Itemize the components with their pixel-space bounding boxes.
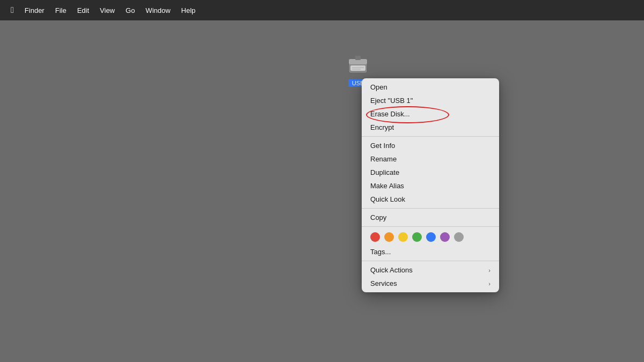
- menu-item-eject-label: Eject "USB 1": [370, 97, 413, 105]
- color-dot-blue[interactable]: [426, 232, 436, 242]
- menu-item-encrypt-label: Encrypt: [370, 123, 394, 131]
- apple-menu-icon[interactable]: : [6, 3, 18, 17]
- color-tags-row: [362, 229, 499, 245]
- menubar:  Finder File Edit View Go Window Help: [0, 0, 644, 20]
- context-menu-section-actions: Quick Actions › Services ›: [362, 261, 499, 292]
- menu-item-encrypt[interactable]: Encrypt: [362, 121, 499, 134]
- menu-item-services-label: Services: [370, 279, 397, 287]
- menubar-finder[interactable]: Finder: [20, 4, 49, 17]
- menu-item-eject[interactable]: Eject "USB 1": [362, 94, 499, 107]
- context-menu-section-top: Open Eject "USB 1" Erase Disk... Encrypt: [362, 78, 499, 136]
- menu-item-erase-label: Erase Disk...: [370, 110, 410, 118]
- menu-item-copy-label: Copy: [370, 213, 386, 221]
- menu-item-open[interactable]: Open: [362, 80, 499, 94]
- color-dot-yellow[interactable]: [398, 232, 408, 242]
- context-menu-section-tags-dots: Tags...: [362, 226, 499, 261]
- menu-item-quick-look-label: Quick Look: [370, 195, 405, 203]
- color-dot-red[interactable]: [370, 232, 380, 242]
- svg-rect-2: [355, 56, 361, 60]
- menubar-help[interactable]: Help: [177, 4, 200, 17]
- menu-item-copy[interactable]: Copy: [362, 211, 499, 224]
- menu-item-erase[interactable]: Erase Disk...: [362, 107, 499, 121]
- menu-item-open-label: Open: [370, 83, 387, 91]
- color-dot-gray[interactable]: [454, 232, 464, 242]
- menu-item-quick-actions-label: Quick Actions: [370, 266, 413, 274]
- menubar-file[interactable]: File: [51, 4, 71, 17]
- menu-item-tags[interactable]: Tags...: [362, 245, 499, 258]
- services-arrow-icon: ›: [488, 280, 491, 287]
- context-menu: Open Eject "USB 1" Erase Disk... Encrypt…: [362, 78, 499, 292]
- usb-icon: [346, 54, 370, 78]
- menu-item-services[interactable]: Services ›: [362, 277, 499, 290]
- menu-item-duplicate-label: Duplicate: [370, 168, 399, 176]
- menubar-view[interactable]: View: [96, 4, 119, 17]
- color-dot-orange[interactable]: [384, 232, 394, 242]
- menubar-window[interactable]: Window: [141, 4, 174, 17]
- menu-item-quick-look[interactable]: Quick Look: [362, 193, 499, 206]
- erase-disk-wrapper: Erase Disk...: [362, 107, 499, 121]
- menu-item-tags-label: Tags...: [370, 248, 391, 256]
- menu-item-make-alias-label: Make Alias: [370, 182, 404, 190]
- context-menu-section-copy: Copy: [362, 208, 499, 226]
- menu-item-get-info[interactable]: Get Info: [362, 139, 499, 152]
- menu-item-get-info-label: Get Info: [370, 142, 395, 150]
- color-dot-green[interactable]: [412, 232, 422, 242]
- color-dot-purple[interactable]: [440, 232, 450, 242]
- menu-item-rename[interactable]: Rename: [362, 152, 499, 166]
- menubar-edit[interactable]: Edit: [73, 4, 93, 17]
- quick-actions-arrow-icon: ›: [488, 267, 491, 274]
- menubar-go[interactable]: Go: [121, 4, 139, 17]
- desktop: USB Open Eject "USB 1" Erase Disk... Enc…: [0, 20, 644, 362]
- menu-item-rename-label: Rename: [370, 155, 397, 163]
- menu-item-duplicate[interactable]: Duplicate: [362, 166, 499, 179]
- svg-rect-3: [350, 65, 365, 71]
- menu-item-make-alias[interactable]: Make Alias: [362, 179, 499, 193]
- context-menu-section-middle: Get Info Rename Duplicate Make Alias Qui…: [362, 136, 499, 208]
- menu-item-quick-actions[interactable]: Quick Actions ›: [362, 263, 499, 277]
